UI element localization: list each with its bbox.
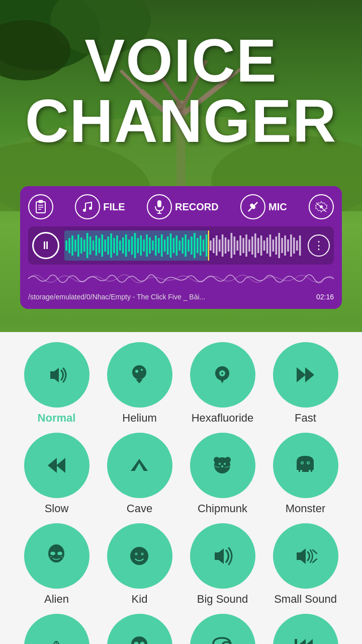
slowfast-icon: [273, 614, 338, 644]
file-button[interactable]: FILE: [75, 194, 125, 219]
svg-point-134: [308, 462, 309, 463]
record-label: RECORD: [175, 201, 219, 213]
effect-death[interactable]: Death: [107, 614, 172, 644]
svg-rect-93: [254, 233, 256, 258]
effect-monster[interactable]: Monster: [273, 433, 338, 515]
svg-rect-36: [86, 233, 88, 258]
svg-rect-97: [266, 237, 268, 254]
svg-marker-116: [305, 367, 314, 382]
pause-button[interactable]: ⏸: [32, 232, 59, 259]
svg-rect-32: [74, 239, 76, 252]
waveform-display[interactable]: [64, 230, 303, 261]
svg-rect-44: [110, 233, 112, 258]
alien-label: Alien: [44, 593, 69, 606]
record-button[interactable]: RECORD: [147, 194, 219, 219]
svg-rect-62: [164, 239, 166, 252]
effect-chipmunk[interactable]: Chipmunk: [190, 433, 255, 515]
svg-rect-59: [155, 235, 157, 256]
clipboard-button[interactable]: [28, 194, 53, 219]
file-duration: 02:16: [316, 293, 334, 301]
svg-marker-115: [297, 367, 306, 382]
effect-helium[interactable]: Helium: [107, 342, 172, 425]
effect-alien[interactable]: Alien: [24, 523, 89, 606]
svg-marker-117: [56, 458, 65, 473]
normal-label: Normal: [38, 412, 76, 425]
svg-point-122: [219, 463, 221, 465]
hexafluoride-icon: [190, 342, 255, 408]
svg-rect-129: [309, 470, 311, 475]
mic-button[interactable]: MIC: [240, 194, 287, 219]
effect-small-sound[interactable]: Small Sound: [273, 523, 338, 606]
effects-row-4: Bee Death: [15, 614, 347, 644]
small-sound-icon: [273, 523, 338, 589]
title-line1: VOICE: [0, 30, 362, 91]
toolbar: FILE RECORD MIC: [28, 194, 334, 219]
effect-big-sound[interactable]: Big Sound: [190, 523, 255, 606]
more-icon: ⋮: [313, 239, 324, 252]
effects-row-3: Alien Kid: [15, 523, 347, 606]
effect-fast[interactable]: Fast: [273, 342, 338, 425]
effect-cave[interactable]: Cave: [107, 433, 172, 515]
helium-icon: [107, 342, 172, 408]
svg-rect-98: [269, 234, 272, 257]
svg-rect-70: [188, 239, 190, 252]
control-panel: FILE RECORD MIC: [20, 186, 342, 309]
effect-bee[interactable]: Bee: [24, 614, 89, 644]
chipmunk-icon: [190, 433, 255, 498]
svg-point-114: [221, 372, 223, 374]
alien-icon: [24, 523, 89, 589]
effect-slowfast[interactable]: SlowFast: [273, 614, 338, 644]
svg-rect-48: [122, 237, 124, 254]
svg-point-140: [130, 547, 148, 565]
effects-grid: Normal Helium He: [0, 332, 362, 644]
svg-rect-53: [137, 238, 139, 253]
settings-button[interactable]: [309, 194, 334, 219]
svg-rect-66: [176, 235, 178, 256]
chipmunk-label: Chipmunk: [198, 502, 247, 515]
svg-point-144: [142, 553, 143, 554]
music-note-icon: [75, 194, 100, 219]
svg-rect-81: [219, 239, 221, 252]
bee-icon: [24, 614, 89, 644]
svg-rect-90: [245, 234, 247, 257]
monster-icon: [273, 433, 338, 498]
title-area: VOICE CHANGER: [0, 30, 362, 151]
effect-hexafluoride[interactable]: Hexafluoride: [190, 342, 255, 425]
svg-rect-65: [173, 238, 175, 253]
svg-rect-29: [65, 240, 67, 251]
svg-rect-30: [68, 238, 70, 253]
svg-point-154: [57, 642, 58, 643]
svg-rect-94: [257, 238, 259, 253]
effect-kid[interactable]: Kid: [107, 523, 172, 606]
title-line2: CHANGER: [0, 91, 362, 151]
svg-rect-89: [242, 238, 244, 253]
svg-rect-100: [275, 236, 277, 255]
kid-icon: [107, 523, 172, 589]
svg-point-20: [89, 207, 92, 210]
svg-rect-85: [231, 233, 233, 258]
death-icon: [107, 614, 172, 644]
svg-line-146: [313, 559, 317, 562]
clipboard-icon: [28, 194, 53, 219]
svg-rect-31: [71, 235, 73, 256]
svg-rect-64: [170, 233, 172, 258]
kid-label: Kid: [132, 593, 148, 606]
svg-rect-86: [234, 236, 236, 255]
svg-rect-108: [299, 235, 301, 256]
svg-rect-71: [191, 236, 193, 255]
cave-label: Cave: [127, 502, 152, 515]
svg-rect-57: [149, 237, 151, 254]
svg-point-19: [83, 209, 86, 212]
effect-spiral[interactable]: Spiral: [190, 614, 255, 644]
effect-slow[interactable]: Slow: [24, 433, 89, 515]
effect-normal[interactable]: Normal: [24, 342, 89, 425]
svg-rect-41: [101, 234, 103, 257]
fast-icon: [273, 342, 338, 408]
svg-rect-38: [93, 240, 95, 251]
svg-marker-118: [48, 458, 57, 473]
more-options-button[interactable]: ⋮: [308, 234, 330, 257]
hexafluoride-label: Hexafluoride: [192, 412, 254, 425]
svg-rect-103: [284, 235, 286, 256]
svg-rect-56: [146, 234, 148, 257]
svg-rect-54: [140, 235, 142, 256]
